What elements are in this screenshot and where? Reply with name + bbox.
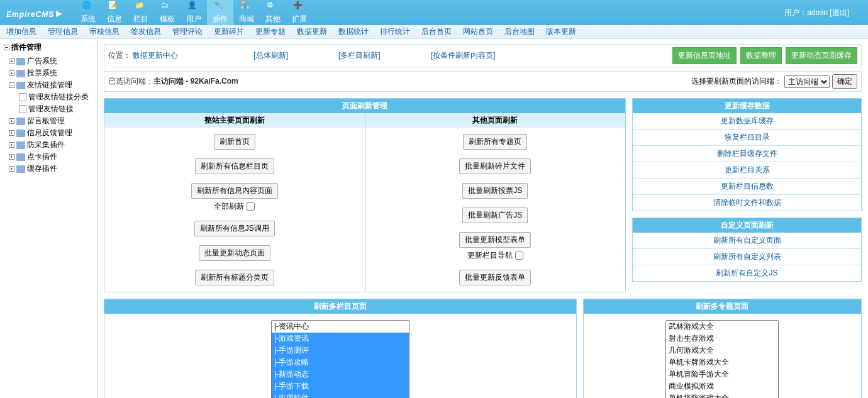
folder-icon	[16, 82, 25, 89]
multi-column-select[interactable]: |-资讯中心 |-游戏资讯 |-手游测评 |-手游攻略 |-新游动态|-手游下载…	[271, 320, 409, 398]
multi-topic-select[interactable]: 武林游戏大全射击生存游戏几何游戏大全单机卡牌游戏大全单机冒险手游大全商业模拟游戏…	[665, 320, 779, 398]
breadcrumb-link[interactable]: 数据更新中心	[133, 51, 178, 60]
tree-item[interactable]: +防采集插件	[1, 139, 96, 151]
update-nav-checkbox[interactable]	[515, 252, 523, 260]
folder-icon	[16, 118, 25, 125]
tree-label: 广告系统	[27, 56, 57, 67]
submenu-item[interactable]: 后台地图	[504, 26, 535, 37]
refresh-button[interactable]: 刷新所有信息内容页面	[191, 183, 278, 199]
refresh-button[interactable]: 批量更新动态页面	[199, 245, 270, 261]
action-button[interactable]: 数据整理	[740, 47, 782, 64]
action-button[interactable]: 更新动态页面缓存	[786, 47, 857, 64]
tree-item[interactable]: +广告系统	[1, 55, 96, 67]
tree-toggle-icon[interactable]: +	[9, 154, 14, 160]
submenu-item[interactable]: 版本更新	[546, 26, 576, 37]
nav-信息[interactable]: 📝信息	[101, 0, 128, 25]
choose-label: 选择要刷新页面的访问端：	[691, 76, 782, 87]
submenu-item[interactable]: 数据统计	[338, 26, 369, 37]
submenu-item[interactable]: 管理评论	[172, 26, 203, 37]
refresh-button[interactable]: 批量更新反馈表单	[459, 270, 531, 285]
refresh-button[interactable]: 批量更新模型表单	[459, 232, 531, 248]
tree-label: 投票系统	[27, 68, 57, 79]
tree-label: 防采集插件	[27, 140, 65, 150]
nav-icon: 📁	[135, 1, 147, 13]
submenu-item[interactable]: 排行统计	[380, 26, 410, 37]
folder-icon	[16, 130, 25, 137]
data-link[interactable]: 更新数据库缓存	[721, 116, 774, 125]
tree-item[interactable]: +点卡插件	[1, 151, 96, 163]
all-refresh-checkbox[interactable]	[247, 202, 255, 211]
nav-label: 系统	[81, 14, 96, 25]
data-link[interactable]: 删除栏目缓存文件	[717, 149, 777, 158]
refresh-button[interactable]: 批量刷新碎片文件	[459, 158, 531, 174]
checkbox-label: 全部刷新	[214, 201, 244, 212]
action-button[interactable]: 更新信息页地址	[672, 47, 737, 64]
tree-toggle-icon[interactable]: −	[9, 82, 14, 88]
data-link[interactable]: 恢复栏目目录	[725, 133, 770, 141]
quick-link[interactable]: [多栏目刷新]	[338, 50, 381, 61]
data-link[interactable]: 清除临时文件和数据	[713, 198, 781, 207]
submenu-item[interactable]: 后台首页	[421, 26, 452, 37]
tree-item[interactable]: +留言板管理	[1, 115, 96, 127]
nav-扩展[interactable]: ➕扩展	[286, 0, 313, 25]
refresh-button[interactable]: 刷新所有信息JS调用	[194, 221, 275, 236]
folder-icon	[16, 165, 25, 173]
refresh-button[interactable]: 刷新首页	[214, 134, 255, 150]
tree-item[interactable]: −友情链接管理	[1, 79, 96, 91]
nav-icon: 🏪	[240, 1, 253, 13]
tree-leaf[interactable]: 管理友情链接	[19, 103, 96, 115]
tree-toggle-icon[interactable]: +	[9, 166, 14, 172]
choose-select[interactable]: 主访问端	[784, 75, 830, 88]
nav-其他[interactable]: ⚙其他	[260, 0, 286, 25]
nav-商城[interactable]: 🏪商城	[233, 0, 260, 25]
choose-confirm-button[interactable]: 确定	[832, 74, 857, 89]
sidebar: − 插件管理 +广告系统+投票系统−友情链接管理管理友情链接分类管理友情链接+留…	[0, 39, 97, 398]
data-link[interactable]: 更新栏目关系	[725, 165, 770, 174]
submenu-item[interactable]: 增加信息	[6, 26, 36, 37]
submenu-item[interactable]: 管理信息	[48, 26, 78, 37]
submenu-item[interactable]: 网站首页	[463, 26, 493, 37]
tree-toggle-icon[interactable]: +	[9, 142, 14, 148]
custom-link[interactable]: 刷新所有自定义页面	[713, 236, 781, 245]
custom-link[interactable]: 刷新所有自定义JS	[716, 268, 777, 277]
tree-label: 友情链接管理	[27, 80, 72, 91]
folder-icon	[16, 70, 25, 77]
nav-模板[interactable]: 🗂模板	[154, 0, 181, 25]
folder-icon	[16, 153, 25, 161]
page-icon	[19, 105, 26, 113]
submenu-item[interactable]: 数据更新	[297, 26, 327, 37]
tree-item[interactable]: +投票系统	[1, 67, 96, 79]
tree-toggle-icon[interactable]: +	[9, 58, 14, 64]
tree-toggle-icon[interactable]: +	[9, 118, 14, 124]
refresh-button[interactable]: 批量刷新广告JS	[462, 207, 528, 223]
custom-link[interactable]: 刷新所有自定义列表	[713, 252, 781, 261]
nav-栏目[interactable]: 📁栏目	[128, 0, 154, 25]
submenu-item[interactable]: 审核信息	[89, 26, 120, 37]
nav-label: 栏目	[133, 14, 148, 25]
nav-插件[interactable]: 🔧插件	[207, 0, 233, 25]
content-area: 位置： 数据更新中心 [总体刷新][多栏目刷新][按条件刷新内容页] 更新信息页…	[97, 39, 868, 398]
submenu-item[interactable]: 更新专题	[255, 26, 286, 37]
refresh-button[interactable]: 刷新所有信息栏目页	[195, 158, 274, 174]
nav-系统[interactable]: 🌐系统	[75, 0, 101, 25]
tree-leaf[interactable]: 管理友情链接分类	[19, 91, 96, 103]
nav-label: 其他	[265, 14, 281, 25]
tree-toggle-icon[interactable]: +	[9, 130, 14, 136]
quick-link[interactable]: [总体刷新]	[253, 50, 288, 61]
page-refresh-panel: 页面刷新管理 整站主要页面刷新 其他页面刷新 刷新首页刷新所有信息栏目页刷新所有…	[104, 98, 626, 292]
tree-item[interactable]: +信息反馈管理	[1, 127, 96, 139]
multi-column-panel: 刷新多栏目页面 |-资讯中心 |-游戏资讯 |-手游测评 |-手游攻略 |-新游…	[104, 299, 577, 398]
tree-label: 信息反馈管理	[27, 128, 72, 138]
submenu-item[interactable]: 签发信息	[131, 26, 161, 37]
refresh-button[interactable]: 刷新所有专题页	[463, 134, 527, 150]
logout-link[interactable]: [退出]	[830, 8, 849, 17]
refresh-button[interactable]: 刷新所有标题分类页	[195, 270, 274, 285]
tree-item[interactable]: +缓存插件	[1, 163, 96, 175]
tree-label: 缓存插件	[27, 163, 57, 174]
tree-toggle-icon[interactable]: +	[9, 70, 14, 76]
data-link[interactable]: 更新栏目信息数	[721, 182, 774, 191]
quick-link[interactable]: [按条件刷新内容页]	[431, 50, 496, 61]
refresh-button[interactable]: 批量刷新投票JS	[462, 183, 528, 199]
nav-用户[interactable]: 👤用户	[181, 0, 207, 25]
submenu-item[interactable]: 更新碎片	[214, 26, 244, 37]
